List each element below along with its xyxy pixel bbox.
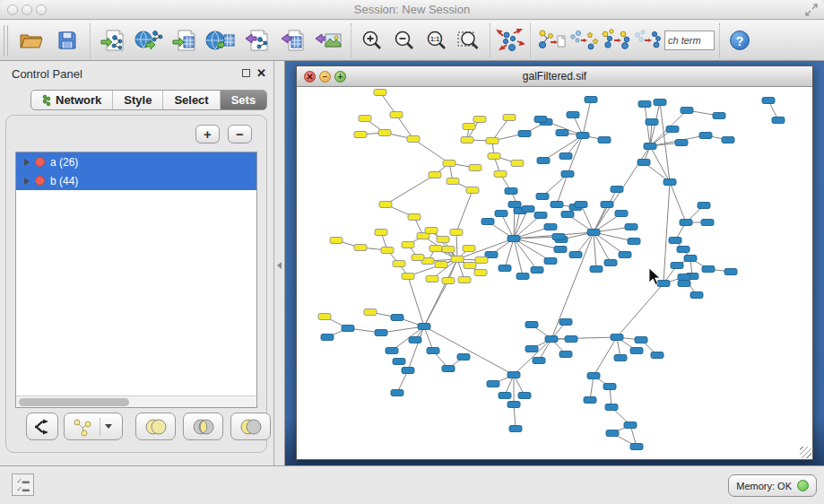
graph-node[interactable] <box>587 373 600 379</box>
graph-node[interactable] <box>429 172 441 178</box>
graph-node[interactable] <box>391 315 403 321</box>
graph-node[interactable] <box>561 212 574 218</box>
union-sets-button[interactable] <box>135 413 176 440</box>
graph-node[interactable] <box>628 239 640 245</box>
graph-node[interactable] <box>605 404 618 411</box>
graph-node[interactable] <box>507 402 520 408</box>
panel-splitter[interactable] <box>274 61 285 465</box>
graph-node[interactable] <box>646 119 658 126</box>
import-table-url-icon[interactable] <box>205 25 236 56</box>
graph-node[interactable] <box>494 171 507 178</box>
graph-node[interactable] <box>551 202 563 208</box>
import-network-url-icon[interactable] <box>134 25 164 56</box>
tab-network[interactable]: Network <box>31 91 113 109</box>
resize-grip[interactable] <box>800 447 811 458</box>
toolbar-grip[interactable] <box>4 25 8 56</box>
export-network-icon[interactable] <box>241 25 272 56</box>
apply-preferred-layout-icon[interactable] <box>495 25 525 56</box>
fullscreen-icon[interactable] <box>804 3 819 17</box>
graph-node[interactable] <box>330 238 343 244</box>
import-table-file-icon[interactable] <box>169 25 200 56</box>
graph-node[interactable] <box>536 194 549 200</box>
graph-node[interactable] <box>412 255 424 261</box>
graph-node[interactable] <box>499 393 511 399</box>
graph-node[interactable] <box>606 430 619 437</box>
graph-node[interactable] <box>511 161 524 167</box>
graph-node[interactable] <box>614 355 627 361</box>
graph-node[interactable] <box>425 228 438 234</box>
close-button[interactable] <box>7 4 18 15</box>
graph-node[interactable] <box>450 230 463 236</box>
graph-node[interactable] <box>381 248 394 254</box>
graph-node[interactable] <box>409 337 421 343</box>
graph-node[interactable] <box>638 101 651 108</box>
graph-node[interactable] <box>375 330 387 336</box>
graph-node[interactable] <box>495 211 507 217</box>
horizontal-scrollbar[interactable] <box>16 395 256 407</box>
graph-node[interactable] <box>378 130 391 136</box>
graph-node[interactable] <box>664 179 676 186</box>
graph-node[interactable] <box>690 292 703 299</box>
graph-node[interactable] <box>402 242 414 248</box>
graph-node[interactable] <box>518 131 531 137</box>
graph-node[interactable] <box>437 237 449 243</box>
graph-node[interactable] <box>364 309 377 316</box>
graph-node[interactable] <box>534 117 547 123</box>
tab-style[interactable]: Style <box>113 91 163 109</box>
open-session-icon[interactable] <box>16 25 47 56</box>
graph-node[interactable] <box>644 143 656 150</box>
graph-node[interactable] <box>442 366 455 372</box>
search-input[interactable] <box>664 30 715 50</box>
graph-node[interactable] <box>408 214 421 221</box>
graph-node[interactable] <box>552 234 565 240</box>
graph-node[interactable] <box>486 138 499 144</box>
graph-node[interactable] <box>426 276 438 282</box>
graph-node[interactable] <box>561 171 574 178</box>
network-view-window[interactable]: ✕ − + galFiltered.sif <box>296 65 813 460</box>
save-session-icon[interactable] <box>52 25 82 56</box>
graph-node[interactable] <box>481 219 494 225</box>
graph-node[interactable] <box>522 206 534 213</box>
graph-node[interactable] <box>499 265 511 272</box>
graph-node[interactable] <box>386 348 398 354</box>
graph-node[interactable] <box>379 202 392 208</box>
graph-node[interactable] <box>559 153 572 160</box>
graph-node[interactable] <box>657 281 670 287</box>
graph-node[interactable] <box>585 97 597 103</box>
zoom-selected-icon[interactable] <box>454 25 484 56</box>
graph-node[interactable] <box>435 262 447 268</box>
graph-node[interactable] <box>458 277 471 283</box>
graph-node[interactable] <box>442 278 455 284</box>
graph-node[interactable] <box>724 269 737 275</box>
graph-node[interactable] <box>507 372 520 378</box>
intersection-sets-button[interactable] <box>183 413 223 440</box>
graph-node[interactable] <box>418 324 430 330</box>
graph-node[interactable] <box>402 368 414 374</box>
dropdown-arrow-icon[interactable] <box>105 424 112 429</box>
graph-node[interactable] <box>762 98 775 104</box>
graph-node[interactable] <box>457 354 470 361</box>
graph-node[interactable] <box>544 258 557 265</box>
graph-node[interactable] <box>681 108 693 114</box>
graph-node[interactable] <box>678 281 690 287</box>
graph-node[interactable] <box>533 358 545 364</box>
graph-node[interactable] <box>677 247 690 253</box>
graph-node[interactable] <box>402 274 414 280</box>
graph-node[interactable] <box>451 256 464 263</box>
zoom-button[interactable] <box>36 4 47 15</box>
graph-node[interactable] <box>699 133 712 139</box>
graph-node[interactable] <box>427 348 439 354</box>
graph-node[interactable] <box>407 136 420 143</box>
graph-node[interactable] <box>615 211 628 217</box>
collapse-panel-arrow-icon[interactable] <box>277 262 282 269</box>
hide-selected-icon[interactable] <box>568 25 599 56</box>
graph-node[interactable] <box>487 381 499 387</box>
graph-node[interactable] <box>702 266 715 273</box>
scrollbar-thumb[interactable] <box>19 398 129 406</box>
graph-node[interactable] <box>469 165 481 171</box>
select-first-neighbors-icon[interactable] <box>601 25 631 56</box>
graph-node[interactable] <box>463 124 475 130</box>
graph-node[interactable] <box>531 267 543 274</box>
graph-node[interactable] <box>473 117 486 123</box>
graph-node[interactable] <box>374 90 386 96</box>
